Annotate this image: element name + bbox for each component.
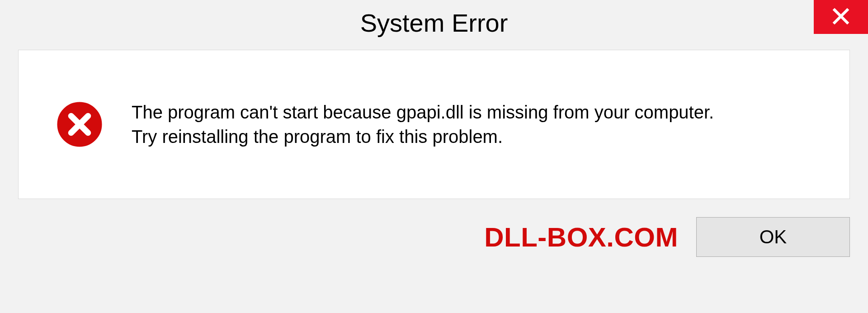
dialog-body: The program can't start because gpapi.dl… — [18, 50, 850, 199]
error-icon — [55, 100, 104, 149]
close-icon — [831, 7, 850, 28]
watermark-text: DLL-BOX.COM — [484, 222, 678, 253]
title-bar: System Error — [0, 0, 868, 45]
dialog-message-line2: Try reinstalling the program to fix this… — [132, 124, 714, 149]
ok-button-label: OK — [760, 226, 787, 248]
close-button[interactable] — [814, 0, 868, 34]
dialog-message: The program can't start because gpapi.dl… — [132, 100, 714, 149]
ok-button[interactable]: OK — [696, 217, 850, 257]
dialog-message-line1: The program can't start because gpapi.dl… — [132, 100, 714, 124]
dialog-title: System Error — [360, 8, 508, 38]
dialog-footer: DLL-BOX.COM OK — [18, 217, 850, 257]
